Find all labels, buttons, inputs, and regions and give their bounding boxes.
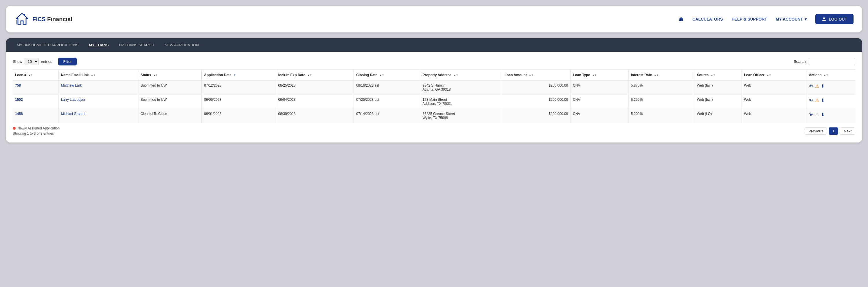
col-actions[interactable]: Actions ▲▼ [806,70,855,80]
cell-loan-type: CNV [570,109,628,123]
sort-arrows: ▲▼ [529,74,533,77]
showing-text: Showing 1 to 3 of 3 entries [13,132,60,136]
cell-closing-date: 08/16/2023 est [354,80,420,95]
action-icons: 👁 ⚠ ⬇ [809,83,853,89]
borrower-name-link[interactable]: Larry Latepayer [61,97,85,102]
entries-select[interactable]: 10 25 50 [25,58,39,65]
action-icons: 👁 ⚠ ⬇ [809,112,853,117]
cell-actions: 👁 ⚠ ⬇ [806,80,855,95]
sort-arrows: ▲▼ [28,74,33,77]
tab-lp-search[interactable]: LP LOANS SEARCH [114,38,159,52]
sort-arrows: ▲▼ [380,74,384,77]
cell-loan-officer: Web [742,95,806,109]
col-status[interactable]: Status ▲▼ [138,70,202,80]
cell-loan-officer: Web [742,80,806,95]
show-label: Show [13,59,22,64]
cell-property-address: 9342 S Hamlin Atlanta, GA 30318 [420,80,502,95]
warning-icon[interactable]: ⚠ [815,83,819,89]
tab-my-loans[interactable]: MY LOANS [84,38,114,52]
cell-loan-amount: $200,000.00 [502,80,570,95]
pagination: Previous 1 Next [805,127,855,135]
table-row: 1458 Michael Granted Cleared To Close 06… [13,109,855,123]
cell-interest-rate: 5.200% [628,109,694,123]
svg-marker-0 [16,13,28,24]
tab-bar: MY UNSUBMITTED APPLICATIONS MY LOANS LP … [6,38,862,52]
download-icon[interactable]: ⬇ [821,112,825,117]
cell-name: Michael Granted [58,109,138,123]
logo-financial: Financial [46,16,72,22]
view-icon[interactable]: 👁 [809,84,813,89]
col-property-address[interactable]: Property Address ▲▼ [420,70,502,80]
nav-help-support[interactable]: HELP & SUPPORT [732,17,767,22]
cell-interest-rate: 6.250% [628,95,694,109]
col-lockin-exp[interactable]: lock-In Exp Date ▲▼ [276,70,354,80]
col-loan-num[interactable]: Loan # ▲▼ [13,70,58,80]
cell-loan-amount: $200,000.00 [502,109,570,123]
col-name[interactable]: Name/Email Link ▲▼ [58,70,138,80]
table-container: Show 10 25 50 entries Filter Search: [6,52,862,142]
cell-name: Larry Latepayer [58,95,138,109]
view-icon[interactable]: 👁 [809,112,813,117]
page-1-button[interactable]: 1 [829,127,838,135]
loan-link[interactable]: 758 [15,83,21,87]
cell-actions: 👁 ⚠ ⬇ [806,95,855,109]
sort-arrows: ▲▼ [454,74,458,77]
nav-area: CALCULATORS HELP & SUPPORT MY ACCOUNT ▾ … [679,14,854,24]
nav-calculators[interactable]: CALCULATORS [692,17,723,22]
chevron-down-icon: ▾ [805,17,807,22]
warning-icon-inactive[interactable]: ⚠ [815,112,819,117]
cell-app-date: 06/01/2023 [202,109,276,123]
loans-table: Loan # ▲▼ Name/Email Link ▲▼ Status ▲▼ A… [13,69,855,123]
filter-button[interactable]: Filter [58,58,77,65]
cell-loan-num: 758 [13,80,58,95]
house-icon [14,11,30,27]
col-app-date[interactable]: Application Date ▼ [202,70,276,80]
cell-property-address: 86235 Greune Street Wylie, TX 75098 [420,109,502,123]
col-loan-type[interactable]: Loan Type ▲▼ [570,70,628,80]
cell-lockin-exp: 08/30/2023 [276,109,354,123]
sort-arrows: ▲▼ [592,74,597,77]
cell-lockin-exp: 08/25/2023 [276,80,354,95]
next-page-button[interactable]: Next [840,127,855,135]
header: FICS Financial CALCULATORS HELP & SUPPOR… [14,11,854,27]
red-dot-icon [13,127,16,130]
previous-page-button[interactable]: Previous [805,127,827,135]
cell-loan-num: 1502 [13,95,58,109]
col-source[interactable]: Source ▲▼ [694,70,742,80]
sort-arrows: ▲▼ [711,74,715,77]
logout-button[interactable]: LOG OUT [815,14,854,24]
col-closing-date[interactable]: Closing Date ▲▼ [354,70,420,80]
table-row: 758 Matthew Lark Submitted to UW 07/12/2… [13,80,855,95]
logout-icon [822,17,826,22]
nav-home[interactable] [679,17,684,22]
cell-loan-type: CNV [570,80,628,95]
home-icon [679,17,684,22]
col-loan-amount[interactable]: Loan Amount ▲▼ [502,70,570,80]
col-loan-officer[interactable]: Loan Officer ▲▼ [742,70,806,80]
tab-unsubmitted[interactable]: MY UNSUBMITTED APPLICATIONS [11,38,84,52]
action-icons: 👁 ⚠ ⬇ [809,97,853,103]
col-interest-rate[interactable]: Interest Rate ▲▼ [628,70,694,80]
nav-my-account[interactable]: MY ACCOUNT ▾ [776,17,807,22]
search-input[interactable] [809,58,855,65]
borrower-name-link[interactable]: Matthew Lark [61,83,82,87]
search-area: Search: [794,58,855,65]
view-icon[interactable]: 👁 [809,98,813,103]
loan-link[interactable]: 1458 [15,112,23,116]
download-icon[interactable]: ⬇ [821,83,825,89]
logout-label: LOG OUT [829,17,847,22]
tab-new-application[interactable]: NEW APPLICATION [159,38,204,52]
cell-loan-officer: Web [742,109,806,123]
download-icon[interactable]: ⬇ [821,97,825,103]
entries-label: entries [41,59,52,64]
warning-icon[interactable]: ⚠ [815,97,819,103]
borrower-name-link[interactable]: Michael Granted [61,112,87,116]
svg-marker-3 [679,17,683,21]
cell-status: Cleared To Close [138,109,202,123]
loan-link[interactable]: 1502 [15,97,23,102]
sort-arrows: ▲▼ [824,74,828,77]
cell-lockin-exp: 09/04/2023 [276,95,354,109]
svg-rect-2 [24,14,25,16]
main-card: MY UNSUBMITTED APPLICATIONS MY LOANS LP … [6,38,862,142]
sort-arrows: ▲▼ [153,74,158,77]
